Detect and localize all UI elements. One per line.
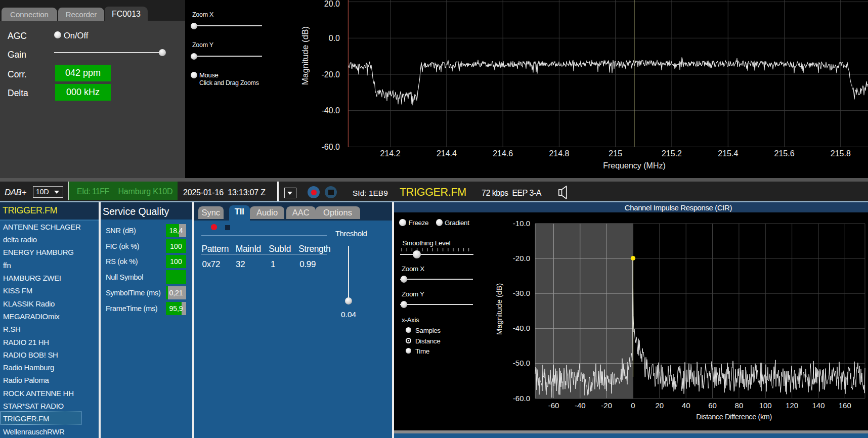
svg-text:-60: -60 <box>548 401 559 410</box>
svg-text:160: 160 <box>839 401 851 410</box>
svg-text:-50.0: -50.0 <box>513 359 530 367</box>
svg-text:-60.0: -60.0 <box>513 394 530 403</box>
svg-text:-30.0: -30.0 <box>513 289 530 297</box>
svg-text:-40: -40 <box>575 401 586 410</box>
svg-text:0: 0 <box>631 401 635 410</box>
svg-text:Magnitude (dB): Magnitude (dB) <box>495 283 503 335</box>
svg-text:80: 80 <box>735 401 744 410</box>
svg-text:20: 20 <box>655 401 664 410</box>
svg-text:140: 140 <box>812 401 824 410</box>
svg-text:-40.0: -40.0 <box>513 324 530 332</box>
svg-text:40: 40 <box>682 401 690 410</box>
svg-text:100: 100 <box>759 401 772 410</box>
svg-text:-20.0: -20.0 <box>513 254 530 262</box>
svg-text:120: 120 <box>786 401 798 410</box>
svg-text:Distance Difference (km): Distance Difference (km) <box>696 413 772 421</box>
svg-text:-10.0: -10.0 <box>513 219 530 228</box>
svg-text:60: 60 <box>708 401 717 410</box>
svg-text:-20: -20 <box>601 401 612 410</box>
